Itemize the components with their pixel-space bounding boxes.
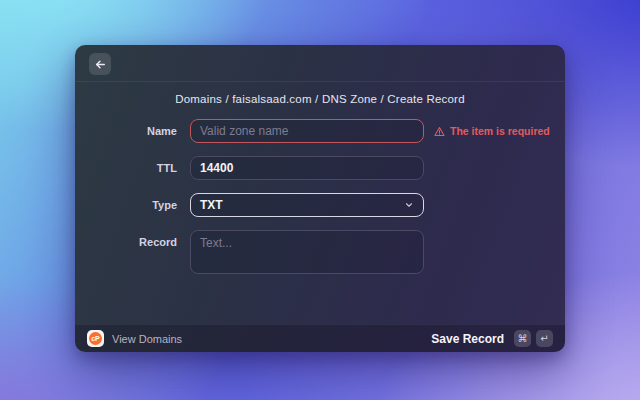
return-key-icon: ↵ bbox=[536, 330, 553, 347]
command-key-icon: ⌘ bbox=[514, 330, 531, 347]
name-input[interactable] bbox=[190, 119, 424, 143]
dialog-header bbox=[75, 45, 565, 82]
save-record-button[interactable]: Save Record ⌘ ↵ bbox=[431, 330, 553, 347]
record-textarea[interactable] bbox=[190, 230, 424, 274]
ttl-field-row: TTL bbox=[75, 156, 565, 180]
record-field-row: Record bbox=[75, 230, 565, 274]
chevron-down-icon bbox=[404, 200, 414, 210]
dialog-footer: cP View Domains Save Record ⌘ ↵ bbox=[75, 324, 565, 352]
type-field-row: Type TXT bbox=[75, 193, 565, 217]
dialog-body: Domains / faisalsaad.com / DNS Zone / Cr… bbox=[75, 82, 565, 324]
name-field-row: Name The item is required bbox=[75, 119, 565, 143]
breadcrumb: Domains / faisalsaad.com / DNS Zone / Cr… bbox=[75, 93, 565, 107]
name-field-error: The item is required bbox=[434, 119, 550, 143]
error-text: The item is required bbox=[450, 119, 550, 143]
view-domains-button[interactable]: cP View Domains bbox=[87, 330, 182, 347]
type-field-label: Type bbox=[75, 193, 190, 217]
view-domains-label: View Domains bbox=[112, 333, 182, 345]
arrow-left-icon bbox=[94, 58, 107, 71]
type-select[interactable]: TXT bbox=[190, 193, 424, 217]
warning-triangle-icon bbox=[434, 126, 445, 137]
back-button[interactable] bbox=[89, 53, 111, 75]
type-select-value: TXT bbox=[200, 195, 223, 216]
record-field-label: Record bbox=[75, 230, 190, 254]
create-record-dialog: Domains / faisalsaad.com / DNS Zone / Cr… bbox=[75, 45, 565, 352]
ttl-field-label: TTL bbox=[75, 156, 190, 180]
save-record-label: Save Record bbox=[431, 332, 504, 346]
cpanel-logo-icon: cP bbox=[87, 330, 104, 347]
name-field-label: Name bbox=[75, 119, 190, 143]
ttl-input[interactable] bbox=[190, 156, 424, 180]
desktop-background: { "breadcrumb": { "text": "Domains / fai… bbox=[0, 0, 640, 400]
